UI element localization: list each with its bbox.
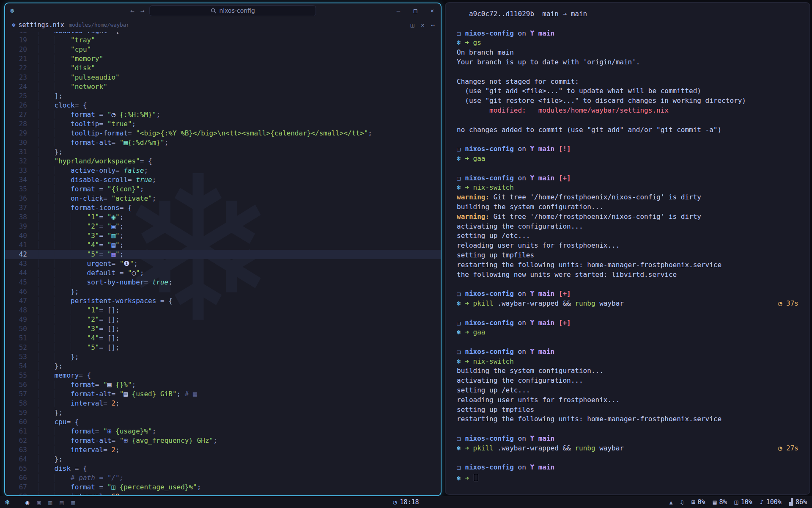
syntax-segment: ❄ [457,39,465,47]
nav-back-button[interactable]: ← [129,7,135,15]
syntax-segment: "<big>{:%Y %B}</big>\n<tt><small>{calend… [136,129,368,137]
syntax-segment: = []; [99,315,120,323]
cpu-module[interactable]: ⊞0% [691,498,705,506]
syntax-segment: " [136,269,140,277]
nav-forward-button[interactable]: → [140,7,145,15]
indent-guide [55,194,71,202]
syntax-segment: "2" [87,222,99,230]
syntax-segment: " [103,427,107,435]
code-line-40: 40 "3"= "▥"; [5,231,441,240]
terminal-line [457,164,798,174]
syntax-segment: 60 [111,492,119,495]
network-module[interactable]: ▟86% [789,498,807,506]
indent-guide [55,315,71,323]
terminal-text: the following new units were started: li… [457,271,677,280]
indent-guide [38,157,55,165]
terminal-line: ❄ ➜ nix-switch [457,357,798,367]
line-content: format= "▤ {}%"; [38,380,136,389]
pulseaudio-value: 100% [766,498,782,506]
indent-guide [55,120,71,128]
syntax-segment: = { [66,418,79,426]
clock-time: 18:18 [400,498,419,506]
workspace-button-5[interactable]: ▦ [67,499,79,506]
syntax-segment: "memory" [71,55,103,63]
indent-guide [55,232,71,240]
code-line-63: 63 interval= 2; [5,445,441,455]
command-center-search[interactable]: nixos-config [150,6,316,16]
syntax-segment: "cpu" [71,45,91,53]
syntax-segment: format [71,381,95,389]
syntax-segment: ➜ [465,299,473,307]
close-button[interactable]: ✕ [424,7,441,14]
syntax-segment: " [107,241,112,249]
code-line-28: 28 tooltip= "true"; [5,119,441,129]
memory-module[interactable]: ▤8% [713,498,727,506]
line-content: sort-by-number= true; [38,278,173,287]
tab-settings-nix[interactable]: ❄ settings.nix modules/home/waybar [5,18,136,32]
syntax-segment: ▤ [123,390,128,398]
code-line-41: 41 "4"= "▤"; [5,240,441,250]
terminal-window[interactable]: a9c0c72..d11029b main → main❏ nixos-conf… [445,2,810,495]
code-line-65: 65 disk = { [5,464,441,473]
syntax-segment: ; [152,194,156,202]
terminal-line: activating the configuration... [457,376,798,386]
indent-guide [38,250,55,258]
syntax-segment: ❄ [457,183,465,191]
minimize-button[interactable]: – [390,7,407,14]
indent-guide [55,129,71,137]
indent-guide [38,101,55,109]
code-line-60: 60 cpu= { [5,417,441,427]
workspace-button-2[interactable]: ▣ [33,499,44,506]
maximize-button[interactable]: □ [407,7,424,14]
nixos-menu-icon[interactable]: ❄ [5,498,9,506]
syntax-segment: "disk" [71,64,95,72]
code-editor[interactable]: ❄ 18 modules-right= [19 "tray"20 "cpu"21… [5,32,441,495]
syntax-segment: {percentage_used}%" [115,483,197,491]
indent-guide [55,138,71,146]
terminal-line [457,454,798,464]
syntax-segment: {:%H:%M}" [115,110,156,119]
syntax-segment: = [103,399,111,407]
line-number: 29 [5,129,38,138]
clock-module[interactable]: ◔ 18:18 [393,498,419,506]
terminal-line: (use "git restore <file>..." to discard … [457,97,798,106]
line-content: }; [38,287,79,296]
more-actions-icon[interactable]: ⋯ [431,22,435,28]
workspace-button-3[interactable]: ▥ [44,499,56,506]
terminal-line: setting up tmpfiles [457,251,798,261]
line-number: 19 [5,36,38,45]
terminal-line: setting up tmpfiles [457,406,798,415]
syntax-segment: ; [140,269,144,277]
pulseaudio-module[interactable]: ♪100% [760,498,782,506]
tray-icon-1[interactable]: ▲ [669,499,673,505]
syntax-segment: " [107,232,112,240]
workspace-button-1[interactable]: ◉ [22,499,33,506]
indent-guide [71,232,87,240]
line-number: 27 [5,110,38,119]
terminal-line: warning: Git tree '/home/frostphoenix/ni… [457,193,798,203]
line-content: format= "⊞ {usage}%"; [38,427,156,436]
indent-guide [38,474,55,482]
syntax-segment: = [95,483,107,491]
close-editor-icon[interactable]: ✕ [421,22,424,28]
indent-guide [38,166,55,174]
indent-guide [38,436,55,444]
workspace-button-4[interactable]: ▤ [56,499,67,506]
terminal-text: ❏ nixos-config on ϒ main [+] [457,174,571,184]
terminal-text: ❏ nixos-config on ϒ main [457,463,554,473]
disk-module[interactable]: ◫10% [735,498,752,506]
syntax-segment: " [107,213,112,221]
split-editor-icon[interactable]: ◫ [411,22,414,28]
tray-icon-2[interactable]: ♫ [680,499,684,505]
syntax-segment: Git tree '/home/frostphoenix/nixos-confi… [489,213,701,221]
indent-guide [38,260,55,268]
syntax-segment: ❏ nixos-config [457,145,514,153]
syntax-segment: no changes added to commit (use "git add… [457,126,721,134]
nix-file-icon: ❄ [12,22,15,28]
line-number: 47 [5,296,38,306]
indent-guide [38,464,55,472]
syntax-segment: format-icons [71,204,120,212]
line-content: format-alt= "▦{:%d/%m}"; [38,138,168,147]
terminal-text: (use "git restore <file>..." to discard … [457,97,746,106]
terminal-text: Changes not staged for commit: [457,77,579,87]
